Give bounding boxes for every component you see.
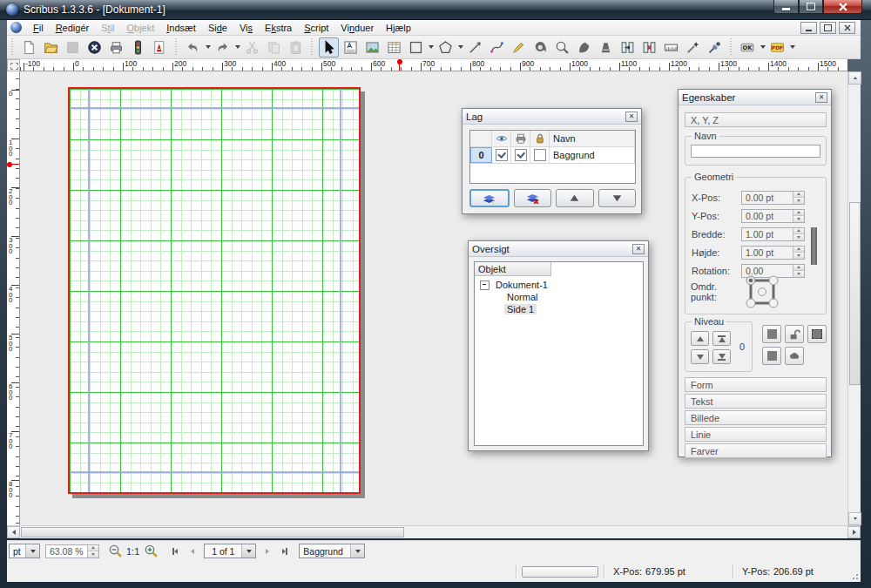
add-layer-button[interactable]	[469, 189, 510, 207]
layer-select[interactable]: Baggrund	[299, 544, 365, 558]
raise-to-top-button[interactable]	[712, 331, 731, 346]
resize-grip[interactable]	[849, 571, 858, 579]
redo-button[interactable]	[213, 37, 233, 57]
outline-root-item[interactable]: Dokument-1	[480, 279, 643, 291]
insert-shape-button[interactable]	[406, 37, 426, 57]
layer-level-cell[interactable]: 0	[470, 147, 492, 163]
eye-dropper-button[interactable]	[705, 37, 725, 57]
zoom-100-button[interactable]: 1:1	[124, 546, 142, 557]
menu-indst[interactable]: Indsæt	[160, 21, 202, 35]
horizontal-scrollbar[interactable]	[7, 525, 861, 538]
menu-redigr[interactable]: Redigér	[50, 21, 96, 35]
toolbar-grip[interactable]	[173, 38, 180, 56]
section-tekst[interactable]: Tekst	[685, 394, 827, 409]
ypos-spinbox[interactable]: 0.00 pt	[741, 209, 805, 223]
canvas[interactable]: Lag ✕ Navn 0Baggrund Oversigt ✕ Objekt D…	[20, 71, 847, 525]
first-page-icon[interactable]	[166, 543, 184, 560]
print-document-button[interactable]	[106, 37, 126, 57]
section-billede[interactable]: Billede	[685, 410, 827, 425]
pdf-text-field-dropdown[interactable]	[788, 37, 796, 57]
layer-print-checkbox[interactable]	[515, 149, 527, 161]
scroll-left-icon[interactable]	[7, 526, 20, 538]
pdf-push-button-button[interactable]: OK	[738, 37, 758, 57]
toolbar-grip[interactable]	[309, 38, 316, 56]
properties-palette-close-icon[interactable]: ✕	[815, 92, 827, 103]
preflight-verifier-button[interactable]	[128, 37, 148, 57]
menu-script[interactable]: Script	[298, 21, 334, 35]
layer-visible-checkbox[interactable]	[496, 149, 508, 161]
outline-palette-close-icon[interactable]: ✕	[632, 244, 645, 254]
section-linie[interactable]: Linie	[685, 427, 827, 442]
document-page[interactable]	[68, 87, 361, 494]
outline-item-side1[interactable]: Side 1	[480, 303, 643, 315]
ruler-origin-box[interactable]	[7, 59, 20, 71]
properties-palette-titlebar[interactable]: Egenskaber ✕	[679, 90, 831, 105]
tab-xyz[interactable]: X, Y, Z	[685, 112, 827, 127]
insert-freehand-line-button[interactable]	[509, 37, 529, 57]
section-farver[interactable]: Farver	[685, 443, 827, 458]
lock-size2-button[interactable]	[762, 347, 781, 365]
lower-layer-button[interactable]	[598, 189, 637, 207]
last-page-icon[interactable]	[276, 543, 294, 560]
toolbar-grip[interactable]	[728, 38, 735, 56]
cut-button[interactable]	[242, 37, 262, 57]
lower-to-bottom-button[interactable]	[712, 349, 731, 364]
select-item-button[interactable]	[319, 37, 339, 57]
pdf-text-field-button[interactable]: PDF	[767, 37, 787, 57]
lower-level-button[interactable]	[691, 349, 709, 364]
bredde-spinbox[interactable]: 1.00 pt	[741, 227, 805, 241]
mdi-close-button[interactable]	[839, 22, 855, 34]
document-mdi-icon[interactable]	[10, 22, 22, 33]
layers-palette-titlebar[interactable]: Lag ✕	[463, 109, 641, 125]
undo-button[interactable]	[183, 37, 203, 57]
højde-spinbox[interactable]: 1.00 pt	[741, 246, 805, 260]
undo-dropdown[interactable]	[204, 37, 212, 57]
copy-item-properties-button[interactable]	[683, 37, 703, 57]
next-page-icon[interactable]	[259, 543, 276, 560]
menu-hjlp[interactable]: Hjælp	[380, 21, 417, 35]
new-document-button[interactable]	[19, 37, 39, 57]
measurements-button[interactable]	[661, 37, 681, 57]
scroll-up-icon[interactable]	[848, 71, 861, 84]
layer-name-cell[interactable]: Baggrund	[550, 147, 635, 163]
export-pdf-button[interactable]	[150, 37, 170, 57]
rotate-item-button[interactable]	[530, 37, 550, 57]
zoom-spinbox[interactable]: 63.08 %	[45, 544, 99, 558]
minimize-button[interactable]	[773, 0, 799, 14]
zoom-out-icon[interactable]	[106, 543, 124, 560]
menu-vinduer[interactable]: Vinduer	[334, 21, 380, 35]
outline-item-normal[interactable]: Normal	[480, 291, 643, 303]
outline-column-header[interactable]: Objekt	[475, 262, 551, 276]
pdf-push-button-dropdown[interactable]	[759, 37, 766, 57]
horizontal-scroll-thumb[interactable]	[21, 527, 404, 537]
section-form[interactable]: Form	[685, 377, 827, 392]
close-document-button[interactable]	[84, 37, 105, 57]
vertical-scroll-thumb[interactable]	[849, 202, 861, 385]
mdi-restore-button[interactable]	[820, 22, 836, 34]
raise-level-button[interactable]	[691, 331, 709, 346]
paste-button[interactable]	[286, 37, 306, 57]
unit-select[interactable]: pt	[9, 544, 40, 558]
menu-fil[interactable]: Fil	[27, 21, 50, 35]
layer-row[interactable]: 0Baggrund	[470, 147, 635, 164]
previous-page-icon[interactable]	[184, 543, 201, 560]
open-document-button[interactable]	[41, 37, 61, 57]
toolbar-grip[interactable]	[10, 38, 17, 56]
insert-shape-dropdown[interactable]	[427, 37, 435, 57]
insert-line-button[interactable]	[465, 37, 485, 57]
insert-polygon-button[interactable]	[436, 37, 456, 57]
basis-point-selector[interactable]	[745, 274, 780, 309]
link-text-frames-button[interactable]	[618, 37, 638, 57]
insert-table-button[interactable]	[384, 37, 404, 57]
zoom-button[interactable]	[552, 37, 572, 57]
mdi-minimize-button[interactable]	[800, 22, 817, 34]
unlink-text-frames-button[interactable]	[639, 37, 659, 57]
outline-palette-titlebar[interactable]: Oversigt ✕	[469, 241, 648, 257]
redo-dropdown[interactable]	[233, 37, 241, 57]
horizontal-ruler[interactable]: -100010020030040050060070080090010001100…	[20, 59, 847, 71]
raise-layer-button[interactable]	[556, 189, 594, 207]
insert-text-frame-button[interactable]	[341, 37, 361, 57]
insert-image-frame-button[interactable]	[362, 37, 382, 57]
layers-palette-close-icon[interactable]: ✕	[625, 112, 638, 122]
menu-vis[interactable]: Vis	[233, 21, 259, 35]
